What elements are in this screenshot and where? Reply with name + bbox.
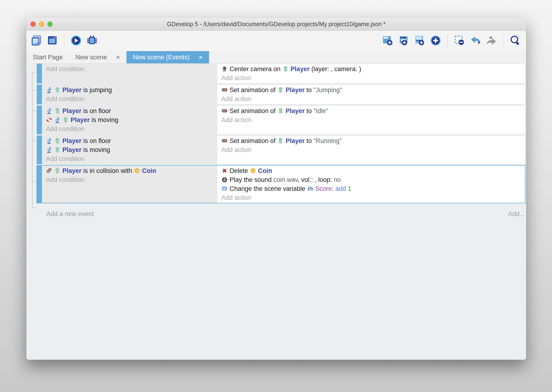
add-condition-button[interactable]: Add condition [46,94,217,103]
conditions-column: Player is on floorPlayer is movingAdd co… [42,105,217,134]
action-line[interactable]: VarChange the scene variable {}Score: ad… [221,184,525,193]
action-line[interactable]: Delete Coin [221,166,525,175]
tab-close-button[interactable]: × [116,54,120,61]
project-manager-button[interactable] [30,35,42,47]
add-condition-button[interactable]: Add condition [46,175,217,184]
add-new-event-button[interactable]: Add a new event [46,210,94,218]
redo-button[interactable] [485,35,498,47]
text-segment: Player [286,107,305,114]
action-line[interactable]: Set animation of Player to "Idle" [221,106,525,115]
text-segment [346,185,348,192]
condition-line[interactable]: Player is on floor [46,136,217,145]
add-condition-button[interactable]: Add condition [46,154,217,163]
animation-icon [221,108,228,114]
add-action-button[interactable]: Add action [221,193,525,202]
minimize-window-button[interactable] [39,21,44,27]
event-drag-bar[interactable] [37,135,42,164]
text-segment: to [305,86,314,93]
text-segment: Center camera on [230,65,282,73]
tab-new-scene[interactable]: New scene × [69,51,126,63]
toolbar-divider [503,34,504,48]
text-segment: Coin [258,167,272,174]
action-line[interactable]: Set animation of Player to "Jumping" [221,85,525,94]
add-action-button[interactable]: Add action [221,115,525,124]
tab-start-page[interactable]: Start Page [26,51,69,63]
close-window-button[interactable] [30,21,36,27]
search-button[interactable] [509,35,521,47]
zoom-window-button[interactable] [47,21,53,27]
text-segment: : [332,185,335,192]
add-action-button[interactable]: Add action [221,145,525,154]
event-drag-bar[interactable] [37,84,42,104]
event-drag-bar[interactable] [37,105,42,134]
animation-icon [221,87,228,93]
platformer-icon [46,108,52,114]
event-row[interactable]: Add conditionCenter camera on Player (la… [37,64,525,83]
camera-icon [221,66,228,72]
tab-label: Start Page [33,54,63,61]
tab-label: New scene (Events) [133,54,190,61]
action-line[interactable]: Set animation of Player to "Running" [221,136,525,145]
add-event-button[interactable] [381,35,394,47]
text-segment: is jumping [82,86,112,93]
condition-line[interactable]: Player is moving [46,115,217,124]
add-condition-button[interactable]: Add condition [46,64,217,73]
delete-selection-button[interactable] [453,35,466,47]
tree-line-foot [32,208,36,208]
text-segment: Player [286,137,305,144]
add-comment-button[interactable] [414,35,426,47]
event-drag-bar[interactable] [37,64,42,83]
text-segment: no [334,176,341,183]
event-row[interactable]: Player is on floorPlayer is movingAdd co… [37,105,525,134]
tree-line [32,72,33,208]
tab-close-button[interactable]: × [199,54,203,61]
tree-branch-line [32,141,37,141]
event-row[interactable]: Player is in collision with CoinAdd cond… [37,165,525,203]
svg-text:Var: Var [222,187,227,190]
add-choose-button[interactable] [429,35,442,47]
text-segment: Player [62,137,82,144]
condition-line[interactable]: Player is on floor [46,106,217,115]
tab-new-scene-events[interactable]: New scene (Events) × [126,51,209,63]
event-row[interactable]: Player is on floorPlayer is movingAdd co… [37,135,525,164]
action-line[interactable]: Play the sound coin.wav, vol.: , loop: n… [221,175,525,184]
scene-window-button[interactable] [46,35,58,47]
gdevelop-window: GDevelop 5 - /Users/david/Documents/GDev… [26,18,526,360]
tab-label: New scene [76,54,107,61]
text-segment: , vol.: , loop: [298,176,334,183]
add-condition-button[interactable]: Add condition [46,124,217,133]
actions-column: Set animation of Player to "Running"Add … [217,135,525,164]
event-drag-bar[interactable] [37,165,42,203]
text-segment: Player [62,107,82,114]
action-line[interactable]: Center camera on Player (layer: , camera… [221,64,525,73]
condition-line[interactable]: Player is jumping [46,85,217,94]
text-segment: Player [291,65,310,73]
search-icon [510,35,521,47]
debugger-button[interactable] [86,35,98,47]
desktop: { "window_title": "GDevelop 5 - /Users/d… [0,0,552,392]
text-segment: Player [62,86,82,93]
coin-icon [250,168,256,174]
undo-button[interactable] [469,35,482,47]
text-segment: Set animation of [230,86,277,93]
player-icon [282,66,289,72]
text-segment: Delete [230,167,250,174]
actions-column: Set animation of Player to "Idle"Add act… [217,105,525,134]
tab-bar: Start Page New scene × New scene (Events… [26,51,526,64]
tree-branch-line [32,90,37,91]
coin-icon [134,168,140,174]
add-comment-icon [414,35,425,47]
window-title: GDevelop 5 - /Users/david/Documents/GDev… [26,21,526,28]
event-row[interactable]: Player is jumpingAdd conditionSet animat… [37,84,525,104]
add-action-button[interactable]: Add action [221,94,525,103]
add-more-button[interactable]: Add... [508,210,525,218]
tree-branch-line [32,72,37,72]
add-sub-event-button[interactable] [398,35,410,47]
preview-play-button[interactable] [70,35,82,47]
add-action-button[interactable]: Add action [221,73,525,83]
events-footer: Add a new event Add... [37,210,525,218]
condition-line[interactable]: Player is in collision with Coin [46,166,217,175]
condition-line[interactable]: Player is moving [46,145,217,154]
sound-icon [221,176,228,183]
text-segment: Player [62,146,82,153]
